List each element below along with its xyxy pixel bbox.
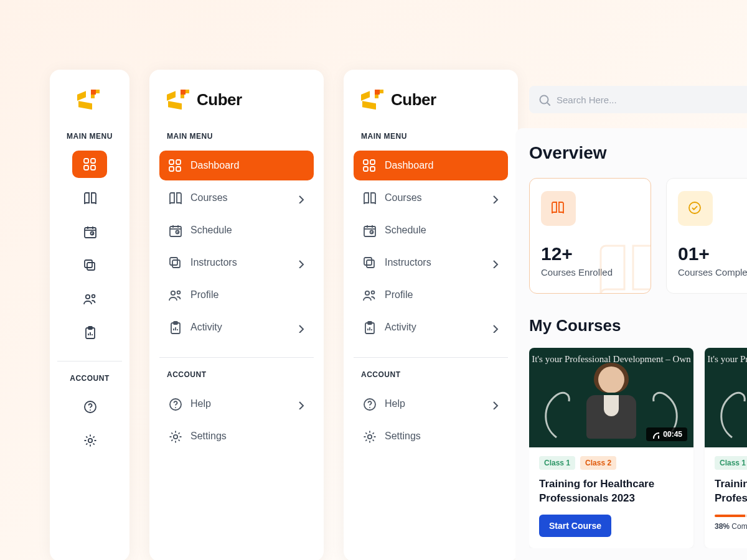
sidebar-item-courses[interactable]: [72, 184, 107, 212]
teacher-illustration: [580, 360, 642, 447]
svg-rect-24: [168, 101, 182, 110]
check-circle-icon: [678, 191, 713, 226]
course-title: Training for Healthcare Professionals 20…: [715, 477, 747, 506]
my-courses-heading: My Courses: [529, 316, 747, 335]
svg-rect-30: [375, 90, 380, 95]
course-title: Training for Healthcare Professionals 20…: [539, 477, 684, 506]
sidebar-expanded-1: Cuber MAIN MENU DashboardCoursesSchedule…: [149, 70, 324, 560]
sidebar-item-label: Help: [190, 398, 294, 409]
course-card[interactable]: It's your Professional Development – Own…: [529, 348, 693, 548]
book-decor-icon: [594, 242, 651, 294]
sidebar-item-courses[interactable]: Courses: [354, 183, 508, 213]
chevron-right-icon: [488, 257, 499, 268]
sidebar-item-profile[interactable]: Profile: [354, 280, 508, 310]
sidebar-item-label: Dashboard: [385, 160, 499, 171]
svg-rect-29: [362, 101, 376, 110]
course-thumbnail: It's your Professional Development – Own…: [529, 348, 693, 447]
stat-value: 01+: [678, 243, 747, 264]
svg-rect-27: [181, 95, 184, 98]
clip-icon: [362, 320, 376, 334]
sidebar-item-settings[interactable]: Settings: [159, 421, 314, 451]
sidebar-item-instructors[interactable]: [72, 251, 107, 279]
account-label: ACCOUNT: [167, 370, 314, 379]
sidebar-item-label: Dashboard: [190, 160, 305, 171]
search-bar[interactable]: [529, 86, 747, 113]
sidebar-item-help[interactable]: Help: [354, 389, 508, 419]
chevron-right-icon: [488, 398, 499, 409]
sidebar-item-help[interactable]: [72, 393, 107, 420]
clip-icon: [168, 320, 182, 334]
stat-card-completed[interactable]: 01+ Courses Completed: [666, 178, 747, 294]
sidebar-item-profile[interactable]: Profile: [159, 280, 314, 310]
svg-rect-32: [375, 95, 378, 98]
sidebar-item-schedule[interactable]: Schedule: [354, 215, 508, 245]
sidebar-expanded-2: Cuber MAIN MENU DashboardCoursesSchedule…: [344, 70, 518, 560]
divider: [159, 357, 314, 358]
users-icon: [168, 288, 182, 302]
divider: [57, 361, 122, 362]
sidebar-item-label: Activity: [385, 322, 488, 333]
chevron-right-icon: [488, 192, 499, 203]
sidebar-item-label: Help: [385, 398, 488, 409]
cal-icon: [362, 223, 376, 237]
sidebar-item-settings[interactable]: Settings: [354, 421, 508, 451]
progress-percent: 38%: [715, 522, 730, 531]
content-area: Overview 12+ Courses Enrolled 01+ Course…: [515, 128, 747, 560]
logo-mark-icon: [167, 90, 192, 110]
sidebar-item-profile[interactable]: [72, 285, 107, 312]
chalkboard-text: It's your Professional Development – Own…: [705, 354, 747, 375]
brand-logo: Cuber: [159, 90, 314, 110]
search-icon: [538, 93, 550, 106]
main-menu-label: MAIN MENU: [167, 132, 314, 141]
sidebar-item-activity[interactable]: Activity: [354, 312, 508, 342]
class-chip: Class 2: [580, 456, 616, 470]
grid-icon: [168, 159, 182, 172]
sidebar-item-activity[interactable]: Activity: [159, 312, 314, 342]
main-menu-label: MAIN MENU: [361, 132, 508, 141]
search-input[interactable]: [557, 95, 747, 105]
gear-icon: [362, 429, 376, 443]
chevron-right-icon: [294, 398, 305, 409]
book-icon: [541, 191, 576, 226]
chevron-right-icon: [294, 257, 305, 268]
sidebar-item-help[interactable]: Help: [159, 389, 314, 419]
users-icon: [362, 288, 376, 302]
sidebar-item-label: Activity: [190, 322, 294, 333]
sidebar-item-activity[interactable]: [72, 319, 107, 346]
sidebar-item-courses[interactable]: Courses: [159, 183, 314, 213]
svg-rect-26: [186, 90, 189, 93]
sidebar-item-label: Schedule: [190, 225, 305, 236]
course-card[interactable]: It's your Professional Development – Own…: [705, 348, 747, 548]
class-chip: Class 1: [539, 456, 575, 470]
account-label: ACCOUNT: [57, 374, 122, 383]
sidebar-item-dashboard[interactable]: Dashboard: [354, 151, 508, 180]
duration-badge: 00:45: [646, 427, 687, 441]
start-course-button[interactable]: Start Course: [539, 515, 611, 537]
sidebar-item-instructors[interactable]: Instructors: [159, 248, 314, 278]
sidebar-item-label: Courses: [190, 192, 294, 203]
logo-mark-icon: [361, 90, 386, 110]
svg-rect-21: [96, 90, 100, 93]
course-thumbnail: It's your Professional Development – Own…: [705, 348, 747, 447]
sidebar-item-settings[interactable]: [72, 426, 107, 454]
logo-mark-icon: [77, 90, 102, 110]
brand-logo: [57, 90, 122, 110]
sidebar-item-dashboard[interactable]: Dashboard: [159, 151, 314, 180]
progress-suffix: Completed: [730, 522, 747, 531]
cal-icon: [168, 223, 182, 237]
sidebar-item-schedule[interactable]: [72, 218, 107, 245]
brand-name: Cuber: [197, 90, 242, 110]
chevron-right-icon: [488, 322, 499, 333]
svg-rect-31: [380, 90, 383, 93]
chevron-right-icon: [294, 192, 305, 203]
sidebar-item-instructors[interactable]: Instructors: [354, 248, 508, 278]
sidebar-item-schedule[interactable]: Schedule: [159, 215, 314, 245]
sidebar-item-label: Profile: [190, 289, 305, 301]
stat-card-enrolled[interactable]: 12+ Courses Enrolled: [529, 178, 651, 294]
svg-rect-28: [361, 91, 370, 101]
sidebar-item-label: Profile: [385, 289, 499, 301]
duration-text: 00:45: [663, 430, 682, 439]
main-menu-label: MAIN MENU: [57, 132, 122, 141]
sidebar-item-dashboard[interactable]: [72, 151, 107, 178]
divider: [354, 357, 508, 358]
